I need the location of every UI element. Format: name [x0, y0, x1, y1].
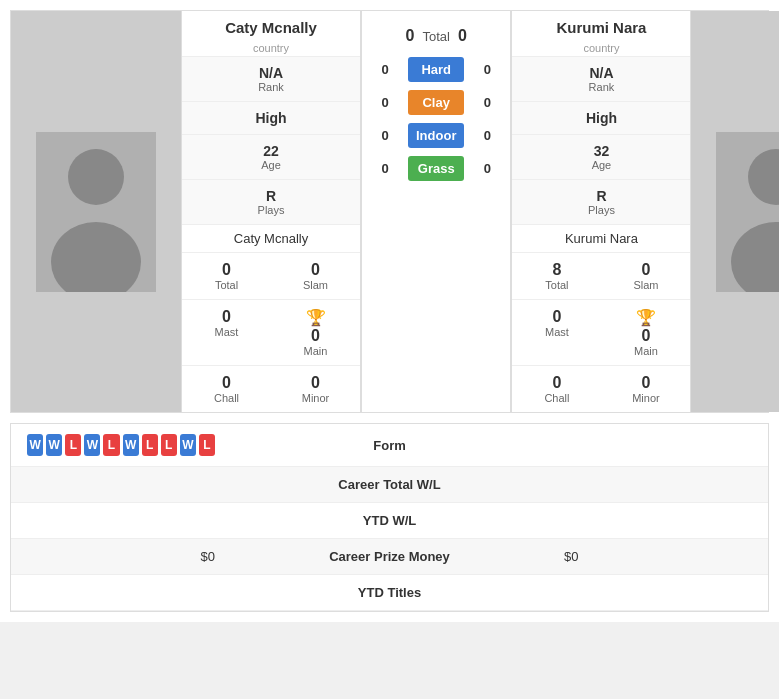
right-minor-value: 0 — [605, 374, 686, 392]
left-high-box: High — [182, 101, 360, 134]
right-minor-label: Minor — [605, 392, 686, 404]
right-rank-box: N/A Rank — [512, 56, 690, 101]
left-high-value: High — [186, 110, 356, 126]
left-minor-label: Minor — [275, 392, 356, 404]
left-slam-label: Slam — [275, 279, 356, 291]
ytd-titles-label: YTD Titles — [231, 575, 548, 610]
left-trophy-cell: 🏆 0 Main — [271, 299, 360, 365]
right-total-value: 8 — [516, 261, 597, 279]
form-badge-5: W — [123, 434, 139, 456]
right-main-label: Main — [605, 345, 686, 357]
right-slam-cell: 0 Slam — [601, 252, 690, 299]
right-age-box: 32 Age — [512, 134, 690, 179]
ytd-wl-row: YTD W/L — [11, 503, 768, 539]
right-chall-label: Chall — [516, 392, 597, 404]
surface-right-score: 0 — [472, 161, 502, 176]
left-player-name: Caty Mcnally — [182, 11, 360, 40]
left-rank-label: Rank — [186, 81, 356, 93]
left-avatar-silhouette — [36, 132, 156, 292]
surface-right-score: 0 — [472, 95, 502, 110]
right-rank-value: N/A — [516, 65, 686, 81]
right-main-value: 0 — [605, 327, 686, 345]
form-badge-4: L — [103, 434, 119, 456]
surface-rows: 0 Hard 0 0 Clay 0 0 Indoor 0 0 Grass 0 — [362, 53, 510, 185]
ytd-titles-right — [548, 583, 768, 603]
career-wl-right — [548, 475, 768, 495]
form-badge-3: W — [84, 434, 100, 456]
left-mast-cell: 0 Mast — [182, 299, 271, 365]
players-section: Caty Mcnally country N/A Rank High 22 Ag… — [10, 10, 769, 413]
left-age-box: 22 Age — [182, 134, 360, 179]
center-left-total: 0 — [406, 27, 415, 45]
surface-right-score: 0 — [472, 62, 502, 77]
left-rank-box: N/A Rank — [182, 56, 360, 101]
prize-row: $0 Career Prize Money $0 — [11, 539, 768, 575]
form-badge-1: W — [46, 434, 62, 456]
left-plays-label: Plays — [186, 204, 356, 216]
center-right-total: 0 — [458, 27, 467, 45]
right-rank-label: Rank — [516, 81, 686, 93]
left-rank-value: N/A — [186, 65, 356, 81]
form-row: WWLWLWLLWL Form — [11, 424, 768, 467]
right-high-value: High — [516, 110, 686, 126]
right-slam-label: Slam — [605, 279, 686, 291]
right-plays-label: Plays — [516, 204, 686, 216]
left-age-label: Age — [186, 159, 356, 171]
left-player-card: Caty Mcnally country N/A Rank High 22 Ag… — [181, 11, 361, 412]
center-column: 0 Total 0 0 Hard 0 0 Clay 0 0 Indoor 0 0… — [361, 11, 511, 412]
surface-btn-grass[interactable]: Grass — [408, 156, 464, 181]
right-player-card: Kurumi Nara country N/A Rank High 32 Age… — [511, 11, 691, 412]
form-label: Form — [231, 428, 548, 463]
center-total-row: 0 Total 0 — [362, 11, 510, 53]
left-name-below: Caty Mcnally — [182, 224, 360, 252]
left-chall-cell: 0 Chall — [182, 365, 271, 412]
surface-row-grass: 0 Grass 0 — [362, 152, 510, 185]
left-age-value: 22 — [186, 143, 356, 159]
right-chall-value: 0 — [516, 374, 597, 392]
right-age-label: Age — [516, 159, 686, 171]
left-mast-value: 0 — [186, 308, 267, 326]
left-main-label: Main — [275, 345, 356, 357]
surface-left-score: 0 — [370, 128, 400, 143]
form-badge-8: W — [180, 434, 196, 456]
ytd-wl-label: YTD W/L — [231, 503, 548, 538]
left-stats-grid: 0 Total 0 Slam 0 Mast 🏆 0 Main 0 — [182, 252, 360, 412]
right-minor-cell: 0 Minor — [601, 365, 690, 412]
surface-row-hard: 0 Hard 0 — [362, 53, 510, 86]
left-avatar — [11, 11, 181, 412]
ytd-titles-row: YTD Titles — [11, 575, 768, 611]
right-chall-cell: 0 Chall — [512, 365, 601, 412]
left-plays-value: R — [186, 188, 356, 204]
surface-left-score: 0 — [370, 161, 400, 176]
right-total-label: Total — [516, 279, 597, 291]
form-badge-7: L — [161, 434, 177, 456]
surface-btn-indoor[interactable]: Indoor — [408, 123, 464, 148]
right-total-cell: 8 Total — [512, 252, 601, 299]
ytd-wl-left — [11, 511, 231, 531]
right-stats-grid: 8 Total 0 Slam 0 Mast 🏆 0 Main 0 — [512, 252, 690, 412]
left-trophy-icon: 🏆 — [275, 308, 356, 327]
career-wl-label: Career Total W/L — [231, 467, 548, 502]
left-minor-value: 0 — [275, 374, 356, 392]
right-plays-value: R — [516, 188, 686, 204]
prize-right: $0 — [548, 539, 768, 574]
career-wl-row: Career Total W/L — [11, 467, 768, 503]
prize-left: $0 — [11, 539, 231, 574]
main-container: Caty Mcnally country N/A Rank High 22 Ag… — [0, 0, 779, 622]
right-trophy-icon: 🏆 — [605, 308, 686, 327]
bottom-stats: WWLWLWLLWL Form Career Total W/L YTD W/L… — [10, 423, 769, 612]
career-wl-left — [11, 475, 231, 495]
right-mast-cell: 0 Mast — [512, 299, 601, 365]
right-player-country: country — [512, 40, 690, 56]
surface-btn-hard[interactable]: Hard — [408, 57, 464, 82]
right-high-box: High — [512, 101, 690, 134]
surface-left-score: 0 — [370, 95, 400, 110]
surface-right-score: 0 — [472, 128, 502, 143]
right-mast-label: Mast — [516, 326, 597, 338]
right-slam-value: 0 — [605, 261, 686, 279]
right-name-below: Kurumi Nara — [512, 224, 690, 252]
surface-btn-clay[interactable]: Clay — [408, 90, 464, 115]
left-total-label: Total — [186, 279, 267, 291]
center-total-label: Total — [422, 29, 449, 44]
ytd-wl-right — [548, 511, 768, 531]
